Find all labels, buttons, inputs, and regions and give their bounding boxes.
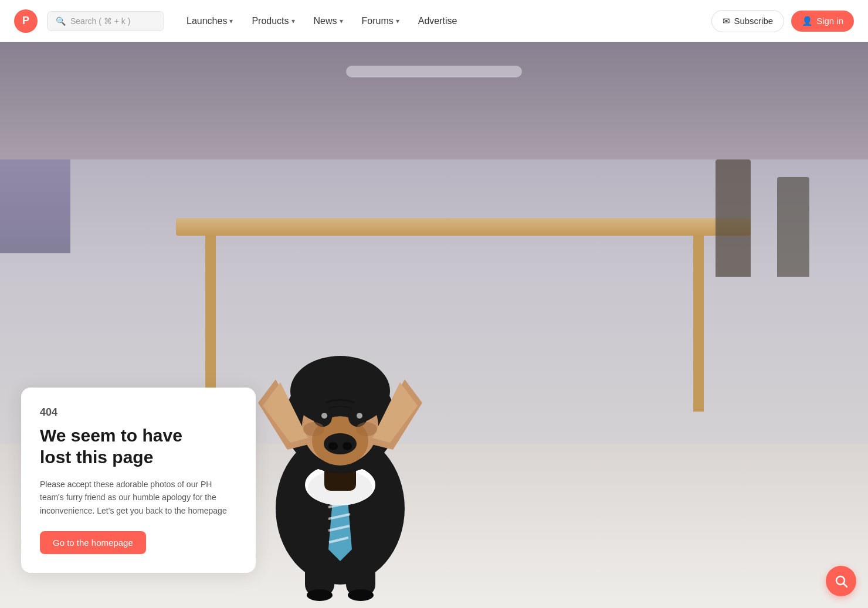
email-icon: ✉	[723, 16, 730, 26]
svg-point-12	[290, 356, 390, 426]
nav-right-actions: ✉ Subscribe 👤 Sign in	[711, 10, 854, 32]
nav-launches[interactable]: Launches ▾	[178, 11, 241, 31]
svg-point-20	[357, 413, 362, 419]
logo-letter: P	[22, 15, 29, 27]
bg-person-right-1	[716, 159, 751, 277]
svg-point-16	[343, 442, 352, 450]
svg-point-26	[356, 422, 377, 436]
chevron-down-icon: ▾	[340, 17, 343, 25]
ceiling-light	[346, 66, 522, 77]
chevron-down-icon: ▾	[229, 17, 233, 25]
search-fab-button[interactable]	[826, 566, 856, 596]
nav-advertise[interactable]: Advertise	[410, 11, 466, 31]
search-fab-icon	[834, 574, 848, 588]
svg-point-15	[328, 442, 338, 450]
nav-products[interactable]: Products ▾	[243, 11, 303, 31]
error-heading: We seem to have lost this page	[40, 424, 237, 468]
svg-point-25	[303, 422, 324, 436]
svg-point-14	[324, 433, 357, 454]
svg-line-32	[844, 584, 847, 587]
error-card: 404 We seem to have lost this page Pleas…	[21, 388, 256, 573]
search-box[interactable]: 🔍 Search ( ⌘ + k )	[47, 11, 164, 31]
nav-forums[interactable]: Forums ▾	[354, 11, 408, 31]
svg-point-19	[321, 413, 327, 419]
nav-news[interactable]: News ▾	[306, 11, 351, 31]
logo-button[interactable]: P	[14, 9, 38, 33]
subscribe-button[interactable]: ✉ Subscribe	[711, 10, 784, 32]
signin-button[interactable]: 👤 Sign in	[791, 11, 854, 32]
nav-links: Launches ▾ Products ▾ News ▾ Forums ▾ Ad…	[178, 11, 707, 31]
chevron-down-icon: ▾	[291, 17, 295, 25]
navbar: P 🔍 Search ( ⌘ + k ) Launches ▾ Products…	[0, 0, 868, 42]
user-icon: 👤	[802, 16, 813, 26]
search-placeholder: Search ( ⌘ + k )	[70, 16, 130, 26]
go-to-homepage-button[interactable]: Go to the homepage	[40, 531, 146, 554]
dog-image-area	[223, 89, 457, 608]
search-icon: 🔍	[56, 16, 66, 26]
error-code: 404	[40, 406, 237, 419]
svg-point-29	[307, 589, 333, 601]
desk-leg-right	[693, 236, 704, 412]
desk-leg-left	[205, 236, 216, 412]
svg-point-30	[348, 589, 374, 601]
dog-svg	[229, 198, 452, 608]
bg-person-right-2	[777, 177, 809, 277]
chevron-down-icon: ▾	[396, 17, 399, 25]
error-description: Please accept these adorable photos of o…	[40, 478, 237, 517]
